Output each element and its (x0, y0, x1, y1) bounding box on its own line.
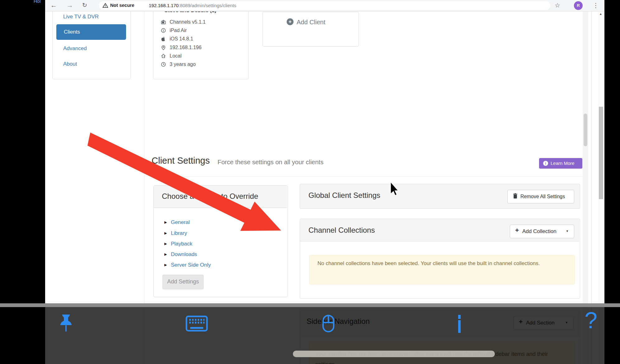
apple-icon (161, 36, 166, 41)
heading-rule (152, 176, 582, 177)
tree-expand-icon[interactable]: ▶ (164, 231, 167, 235)
client-last-seen: 3 years ago (170, 62, 196, 67)
forward-button[interactable]: → (67, 2, 73, 9)
help-question-icon: ? (585, 308, 597, 333)
mouse-icon (322, 315, 335, 333)
tree-expand-icon[interactable]: ▶ (164, 263, 167, 267)
learn-more-label: Learn More (551, 161, 575, 166)
back-button[interactable]: ← (50, 2, 57, 9)
location-pin-icon (161, 45, 166, 50)
tree-item-general[interactable]: General (171, 219, 190, 226)
scroll-up-icon[interactable]: ▲ (599, 12, 602, 16)
remove-all-settings-label: Remove All Settings (520, 194, 565, 199)
profile-avatar[interactable]: R (574, 1, 583, 10)
tree-item-playback[interactable]: Playback (171, 241, 192, 247)
client-device: iPad Air (170, 28, 187, 33)
reload-button[interactable]: ↻ (82, 2, 87, 9)
client-version: Channels v5.1.1 (170, 19, 206, 25)
security-warning-label: Not secure (110, 2, 134, 8)
browser-menu-icon[interactable]: ⋮ (593, 2, 599, 9)
add-client-label: Add Client (297, 19, 325, 26)
tree-item-library[interactable]: Library (171, 230, 187, 236)
sidebar-item-live-tv-dvr[interactable]: Live TV & DVR (63, 14, 99, 20)
client-os: iOS 14.8.1 (170, 36, 193, 42)
horizontal-separator (0, 303, 620, 307)
tree-expand-icon[interactable]: ▶ (164, 220, 167, 224)
page-subtitle: Force these settings on all your clients (218, 159, 323, 166)
add-client-card[interactable] (262, 12, 359, 47)
text-cursor-icon (458, 315, 461, 319)
info-circle-icon: i (543, 161, 548, 166)
keyboard-icon (186, 315, 208, 332)
url-text[interactable]: 192.168.1.170:8089/admin/settings/client… (149, 3, 236, 8)
screen: Hol Live TV & DVR Clients Advanced About… (0, 0, 620, 364)
tree-item-downloads[interactable]: Downloads (171, 251, 197, 258)
tree-expand-icon[interactable]: ▶ (164, 252, 167, 256)
client-ip: 192.168.1.196 (170, 45, 201, 50)
tree-item-server-side-only[interactable]: Server Side Only (171, 262, 211, 268)
clock-icon (161, 62, 166, 67)
sidebar-item-clients-label: Clients (64, 29, 80, 35)
tree-expand-icon[interactable]: ▶ (164, 242, 167, 246)
global-settings-title: Global Client Settings (308, 191, 380, 200)
bookmark-star-icon[interactable]: ☆ (555, 2, 560, 9)
sidebar-item-about[interactable]: About (63, 61, 77, 67)
client-location: Local (170, 53, 181, 59)
tv-icon (161, 20, 166, 25)
pushpin-icon (59, 314, 73, 332)
url-host: 192.168.1.170 (149, 3, 179, 8)
add-settings-button[interactable]: Add Settings (162, 275, 204, 289)
channel-collections-title: Channel Collections (308, 226, 375, 235)
plus-icon: + (515, 226, 519, 234)
warning-triangle-icon (102, 3, 108, 8)
caret-down-icon: ▼ (566, 230, 569, 233)
text-cursor-icon (458, 320, 461, 333)
sidebar-item-advanced[interactable]: Advanced (63, 45, 87, 52)
progress-pill (293, 351, 495, 357)
page-title: Client Settings (152, 156, 210, 166)
client-card (153, 6, 249, 79)
collections-alert-text: No channel collections have been selecte… (317, 259, 545, 268)
plus-circle-icon: + (287, 18, 294, 25)
mouse-pointer (390, 182, 399, 197)
trash-icon (513, 193, 518, 199)
inner-scrollbar-thumb[interactable] (584, 114, 587, 146)
override-panel-title: Choose a Setting to Override (162, 192, 258, 201)
browser-scrollbar-thumb[interactable] (599, 107, 603, 199)
add-collection-label: Add Collection (522, 228, 557, 235)
url-path: :8089/admin/settings/clients (179, 3, 236, 8)
home-icon (161, 54, 166, 58)
background-window-title-fragment: Hol (34, 0, 41, 4)
info-icon (161, 28, 166, 33)
